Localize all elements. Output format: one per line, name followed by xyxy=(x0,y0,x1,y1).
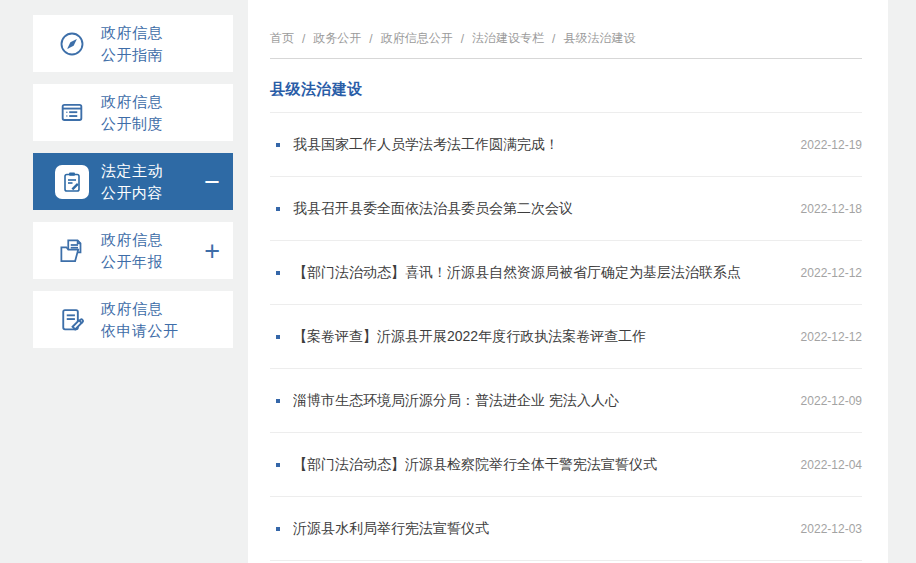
sidebar-item-label: 法定主动 公开内容 xyxy=(101,160,163,204)
sidebar-item-disclosure-system[interactable]: 政府信息 公开制度 xyxy=(33,84,233,141)
sidebar-item-annual-report[interactable]: 政府信息 公开年报 + xyxy=(33,222,233,279)
article-date: 2022-12-09 xyxy=(801,394,862,408)
document-pen-icon xyxy=(55,303,89,337)
breadcrumb-separator: / xyxy=(302,32,305,46)
article-date: 2022-12-03 xyxy=(801,522,862,536)
bullet-square-icon xyxy=(276,463,280,467)
article-link[interactable]: 沂源县水利局举行宪法宣誓仪式 xyxy=(293,520,781,538)
bullet-square-icon xyxy=(276,399,280,403)
collapse-minus-icon[interactable]: − xyxy=(204,168,220,195)
sidebar-item-label: 政府信息 依申请公开 xyxy=(101,298,179,342)
breadcrumb-separator: / xyxy=(461,32,464,46)
bullet-square-icon xyxy=(276,271,280,275)
sidebar-item-statutory-disclosure[interactable]: 法定主动 公开内容 − xyxy=(33,153,233,210)
breadcrumb-separator: / xyxy=(552,32,555,46)
breadcrumb-info-disclosure[interactable]: 政府信息公开 xyxy=(381,30,453,47)
breadcrumb-current-page: 县级法治建设 xyxy=(563,30,635,47)
sidebar-item-label: 政府信息 公开指南 xyxy=(101,22,163,66)
sidebar-label-line1: 政府信息 xyxy=(101,93,163,110)
document-list-icon xyxy=(55,96,89,130)
breadcrumb-separator: / xyxy=(369,32,372,46)
sidebar-label-line2: 依申请公开 xyxy=(101,322,179,339)
sidebar-label-line2: 公开指南 xyxy=(101,46,163,63)
article-date: 2022-12-19 xyxy=(801,138,862,152)
article-row[interactable]: 淄博市生态环境局沂源分局：普法进企业 宪法入人心 2022-12-09 xyxy=(270,369,862,433)
folder-document-icon xyxy=(55,234,89,268)
sidebar-label-line1: 法定主动 xyxy=(101,162,163,179)
article-date: 2022-12-12 xyxy=(801,330,862,344)
article-link[interactable]: 我县召开县委全面依法治县委员会第二次会议 xyxy=(293,200,781,218)
sidebar-item-label: 政府信息 公开制度 xyxy=(101,91,163,135)
article-row[interactable]: 我县召开县委全面依法治县委员会第二次会议 2022-12-18 xyxy=(270,177,862,241)
expand-plus-icon[interactable]: + xyxy=(204,237,220,264)
article-row[interactable]: 沂源县水利局举行宪法宣誓仪式 2022-12-03 xyxy=(270,497,862,561)
article-list: 我县国家工作人员学法考法工作圆满完成！ 2022-12-19 我县召开县委全面依… xyxy=(270,113,862,561)
article-date: 2022-12-04 xyxy=(801,458,862,472)
breadcrumb: 首页 / 政务公开 / 政府信息公开 / 法治建设专栏 / 县级法治建设 xyxy=(270,0,862,59)
article-row[interactable]: 【案卷评查】沂源县开展2022年度行政执法案卷评查工作 2022-12-12 xyxy=(270,305,862,369)
bullet-square-icon xyxy=(276,207,280,211)
article-date: 2022-12-18 xyxy=(801,202,862,216)
compass-icon xyxy=(55,27,89,61)
clipboard-pencil-icon xyxy=(55,165,89,199)
breadcrumb-rule-of-law-column[interactable]: 法治建设专栏 xyxy=(472,30,544,47)
bullet-square-icon xyxy=(276,335,280,339)
sidebar-item-disclosure-on-request[interactable]: 政府信息 依申请公开 xyxy=(33,291,233,348)
sidebar-label-line2: 公开内容 xyxy=(101,184,163,201)
sidebar: 政府信息 公开指南 政府信息 公开制度 xyxy=(33,15,233,360)
article-row[interactable]: 我县国家工作人员学法考法工作圆满完成！ 2022-12-19 xyxy=(270,113,862,177)
sidebar-label-line2: 公开年报 xyxy=(101,253,163,270)
bullet-square-icon xyxy=(276,143,280,147)
breadcrumb-government-affairs[interactable]: 政务公开 xyxy=(313,30,361,47)
article-date: 2022-12-12 xyxy=(801,266,862,280)
page-title: 县级法治建设 xyxy=(270,80,862,113)
article-link[interactable]: 【部门法治动态】喜讯！沂源县自然资源局被省厅确定为基层法治联系点 xyxy=(293,264,781,282)
sidebar-item-disclosure-guide[interactable]: 政府信息 公开指南 xyxy=(33,15,233,72)
article-link[interactable]: 【案卷评查】沂源县开展2022年度行政执法案卷评查工作 xyxy=(293,328,781,346)
article-link[interactable]: 淄博市生态环境局沂源分局：普法进企业 宪法入人心 xyxy=(293,392,781,410)
article-link[interactable]: 我县国家工作人员学法考法工作圆满完成！ xyxy=(293,136,781,154)
article-row[interactable]: 【部门法治动态】喜讯！沂源县自然资源局被省厅确定为基层法治联系点 2022-12… xyxy=(270,241,862,305)
sidebar-label-line2: 公开制度 xyxy=(101,115,163,132)
main-panel: 首页 / 政务公开 / 政府信息公开 / 法治建设专栏 / 县级法治建设 县级法… xyxy=(248,0,888,563)
article-link[interactable]: 【部门法治动态】沂源县检察院举行全体干警宪法宣誓仪式 xyxy=(293,456,781,474)
bullet-square-icon xyxy=(276,527,280,531)
sidebar-label-line1: 政府信息 xyxy=(101,24,163,41)
sidebar-label-line1: 政府信息 xyxy=(101,231,163,248)
breadcrumb-home[interactable]: 首页 xyxy=(270,30,294,47)
sidebar-label-line1: 政府信息 xyxy=(101,300,163,317)
article-row[interactable]: 【部门法治动态】沂源县检察院举行全体干警宪法宣誓仪式 2022-12-04 xyxy=(270,433,862,497)
sidebar-item-label: 政府信息 公开年报 xyxy=(101,229,163,273)
